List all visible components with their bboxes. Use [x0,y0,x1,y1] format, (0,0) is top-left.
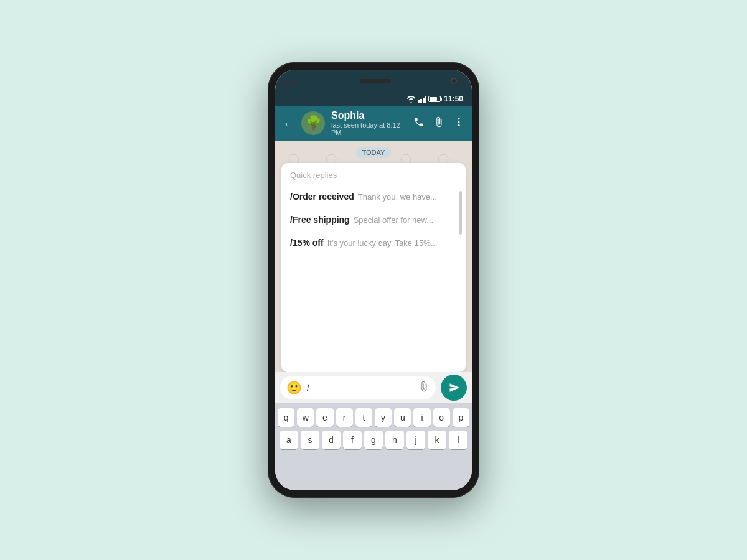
input-field[interactable]: 🙂 / [280,376,436,399]
notch-dot-4 [460,80,463,83]
key-f[interactable]: f [343,431,362,449]
notch-dot-1 [284,80,287,83]
key-d[interactable]: d [322,431,341,449]
key-q[interactable]: q [278,408,294,427]
input-attach-icon[interactable] [418,381,430,394]
svg-point-5 [458,121,460,123]
quick-reply-shortcut-3: /15% off [290,238,324,248]
front-camera [451,78,457,84]
contact-info: Sophia last seen today at 8:12 PM [331,110,407,136]
notch-dot-3 [296,80,299,83]
input-bar: 🙂 / [275,372,472,403]
keyboard-row-1: q w e r t y u i o p [278,408,469,427]
notch-right [451,78,463,84]
key-s[interactable]: s [301,431,319,449]
key-a[interactable]: a [280,431,298,449]
more-icon[interactable] [453,116,464,130]
notch-dot-2 [290,80,293,83]
date-badge: TODAY [275,141,472,163]
key-u[interactable]: u [394,408,411,427]
chat-header: ← 🌳 Sophia last seen today at 8:12 PM [275,106,472,141]
notch-speaker [360,79,391,83]
key-t[interactable]: t [355,408,372,427]
key-j[interactable]: j [406,431,425,449]
key-p[interactable]: p [453,408,469,427]
quick-reply-shortcut-1: /Order received [290,192,354,202]
key-e[interactable]: e [316,408,333,427]
quick-reply-preview-2: Special offer for new... [354,215,433,225]
svg-rect-2 [423,98,425,103]
wifi-icon [406,96,416,103]
avatar: 🌳 [301,111,325,135]
key-k[interactable]: k [428,431,446,449]
chat-body: TODAY Quick replies /Order received Than… [275,141,472,372]
key-r[interactable]: r [336,408,353,427]
notch-bar [275,70,472,92]
header-icons [413,116,464,130]
quick-reply-shortcut-2: /Free shipping [290,215,350,225]
key-y[interactable]: y [375,408,392,427]
key-h[interactable]: h [385,431,404,449]
quick-replies-title: Quick replies [281,170,466,185]
date-badge-text: TODAY [356,147,392,158]
status-icons: 11:50 [406,95,463,103]
status-time: 11:50 [444,95,463,103]
svg-point-4 [458,118,460,119]
phone-device: 11:50 ← 🌳 Sophia last seen today at 8:12… [268,62,479,498]
key-l[interactable]: l [449,431,467,449]
attach-icon[interactable] [433,116,444,130]
call-icon[interactable] [413,116,425,130]
key-o[interactable]: o [433,408,450,427]
contact-status: last seen today at 8:12 PM [331,121,407,136]
contact-name: Sophia [331,110,407,121]
message-input[interactable]: / [307,383,413,393]
keyboard-row-2: a s d f g h j k l [278,431,469,449]
quick-reply-item-1[interactable]: /Order received Thank you, we have... [281,185,466,208]
signal-icon [418,96,426,103]
key-g[interactable]: g [364,431,383,449]
svg-point-6 [458,124,460,126]
svg-rect-3 [425,96,426,103]
send-button[interactable] [441,375,467,401]
svg-rect-1 [420,99,422,103]
svg-rect-0 [418,100,420,103]
emoji-icon[interactable]: 🙂 [286,380,302,395]
battery-icon [428,96,442,102]
phone-screen: 11:50 ← 🌳 Sophia last seen today at 8:12… [275,70,472,490]
quick-replies-panel: Quick replies /Order received Thank you,… [281,163,466,372]
quick-reply-item-3[interactable]: /15% off It's your lucky day. Take 15%..… [281,231,466,254]
send-icon [449,382,460,393]
quick-reply-preview-1: Thank you, we have... [358,192,437,202]
notch-left [284,80,299,83]
status-bar: 11:50 [275,92,472,106]
back-button[interactable]: ← [283,116,295,131]
key-w[interactable]: w [297,408,314,427]
quick-reply-preview-3: It's your lucky day. Take 15%... [327,238,438,248]
quick-reply-item-2[interactable]: /Free shipping Special offer for new... [281,208,466,231]
avatar-image: 🌳 [305,115,322,131]
scroll-indicator [459,191,462,235]
quick-replies-list: /Order received Thank you, we have... /F… [281,185,466,372]
keyboard: q w e r t y u i o p a s d f g h j k l [275,403,472,490]
key-i[interactable]: i [413,408,430,427]
